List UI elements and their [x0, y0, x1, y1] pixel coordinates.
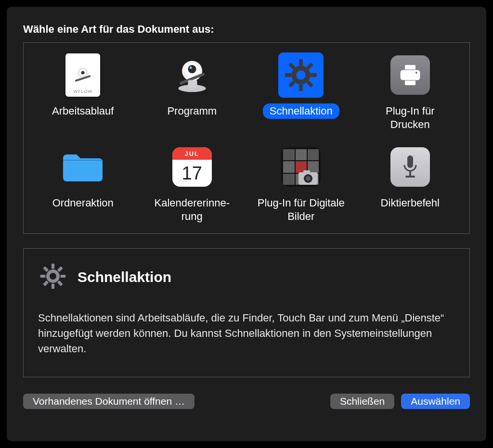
folderaction-icon	[60, 144, 105, 190]
svg-point-42	[50, 273, 56, 280]
svg-point-25	[415, 72, 417, 74]
type-calreminder[interactable]: JUL 17 Kalendererinne-rung	[138, 144, 247, 224]
printplugin-icon	[388, 52, 433, 98]
type-imageplugin-label: Plug-In für Digitale Bilder	[250, 195, 351, 224]
svg-rect-34	[52, 264, 54, 269]
svg-rect-13	[299, 85, 303, 91]
workflow-icon: WFLOW	[60, 52, 105, 98]
svg-point-8	[190, 66, 192, 69]
svg-rect-41	[57, 281, 63, 286]
svg-rect-15	[311, 73, 317, 77]
type-workflow-label: Arbeitsablauf	[45, 103, 120, 119]
svg-point-7	[188, 65, 196, 73]
type-dictation[interactable]: Diktierbefehl	[356, 144, 465, 224]
quickaction-icon	[278, 52, 324, 98]
type-folderaction[interactable]: Ordneraktion	[28, 144, 138, 224]
type-calreminder-label: Kalendererinne-rung	[142, 195, 243, 224]
svg-rect-31	[409, 171, 411, 176]
document-type-chooser-window: Wähle eine Art für das Dokument aus: WFL…	[7, 7, 486, 441]
svg-rect-40	[43, 266, 49, 272]
type-grid: WFLOW Arbeitsablauf	[28, 52, 465, 224]
prompt-label: Wähle eine Art für das Dokument aus:	[23, 23, 470, 36]
type-quickaction-label: Schnellaktion	[263, 103, 339, 119]
svg-rect-27	[303, 170, 310, 173]
svg-rect-32	[405, 176, 415, 178]
type-folderaction-label: Ordneraktion	[46, 195, 120, 211]
close-button[interactable]: Schließen	[330, 394, 394, 409]
button-row: Vorhandenes Dokument öffnen … Schließen …	[23, 394, 470, 409]
open-existing-button[interactable]: Vorhandenes Dokument öffnen …	[23, 394, 195, 409]
gear-icon	[38, 261, 68, 293]
dictation-icon	[388, 144, 433, 190]
program-icon	[169, 52, 215, 98]
type-imageplugin[interactable]: Plug-In für Digitale Bilder	[246, 144, 356, 224]
calreminder-icon: JUL 17	[169, 144, 215, 190]
description-title: Schnellaktion	[78, 269, 171, 285]
type-program[interactable]: Programm	[138, 52, 247, 132]
description-text: Schnellaktionen sind Arbeitsabläufe, die…	[38, 310, 455, 357]
type-printplugin-label: Plug-In für Drucken	[360, 103, 461, 132]
svg-rect-38	[57, 266, 63, 272]
svg-point-20	[297, 70, 306, 80]
svg-rect-14	[285, 73, 292, 77]
svg-rect-35	[52, 284, 54, 289]
type-quickaction[interactable]: Schnellaktion	[246, 52, 356, 132]
svg-rect-37	[61, 275, 66, 278]
svg-point-2	[81, 71, 85, 75]
type-program-label: Programm	[160, 103, 223, 119]
description-box: Schnellaktion Schnellaktionen sind Arbei…	[23, 248, 470, 377]
svg-rect-39	[43, 281, 49, 286]
type-dictation-label: Diktierbefehl	[374, 195, 446, 211]
choose-button[interactable]: Auswählen	[401, 394, 470, 409]
svg-rect-36	[40, 275, 46, 278]
svg-rect-12	[299, 59, 303, 66]
type-workflow[interactable]: WFLOW Arbeitsablauf	[28, 52, 138, 132]
type-printplugin[interactable]: Plug-In für Drucken	[356, 52, 465, 132]
svg-rect-23	[405, 77, 415, 85]
svg-rect-10	[188, 80, 197, 87]
svg-point-29	[306, 176, 311, 181]
svg-rect-30	[407, 155, 413, 168]
imageplugin-icon	[278, 144, 324, 190]
type-grid-container: WFLOW Arbeitsablauf	[23, 42, 470, 234]
